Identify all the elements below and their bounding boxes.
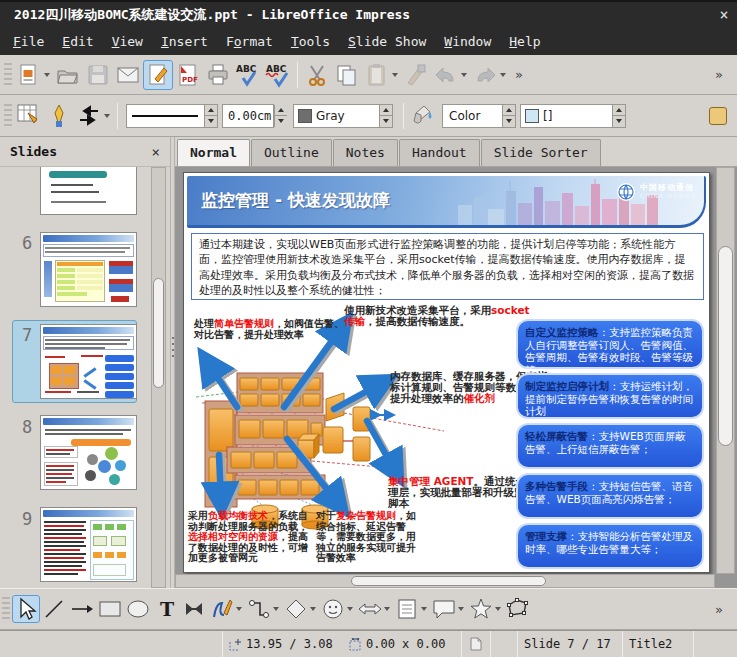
block-arrows-button[interactable] (356, 595, 384, 623)
callout-start-stop-plan[interactable]: 制定监控启停计划：支持运维计划，提前制定暂停告警和恢复告警的时间计划 (516, 373, 704, 419)
menu-format[interactable]: Format (217, 29, 282, 54)
clone-formatting-button[interactable] (401, 60, 431, 90)
symbol-shapes-dropdown[interactable] (347, 607, 353, 611)
auto-spellcheck-button[interactable]: ABC (263, 60, 293, 90)
annotation-socket[interactable]: 使用新技术改造采集平台，采用socket传输，提高数据传输速度。 (344, 305, 536, 328)
fill-type-select[interactable]: Color (442, 104, 516, 128)
text-tool-button[interactable]: T (152, 595, 180, 623)
window-close-icon[interactable]: × (711, 6, 737, 24)
callout-custom-policy[interactable]: 自定义监控策略：支持监控策略负责人自行调整告警订阅人、告警阀值、告警周期、告警有… (516, 319, 704, 369)
line-color-select[interactable]: Gray (293, 104, 393, 128)
line-color-spinner[interactable] (379, 105, 392, 127)
color-swatch-button[interactable] (709, 107, 727, 125)
copy-button[interactable] (332, 60, 362, 90)
slide-thumbnail-6[interactable] (40, 232, 137, 307)
undo-dropdown[interactable] (461, 73, 467, 77)
menu-insert[interactable]: Insert (152, 29, 217, 54)
intro-text-box[interactable]: 通过本期建设，实现以WEB页面形式进行监控策略调整的功能，提供计划启停等功能；系… (191, 233, 704, 300)
callouts-button[interactable] (430, 595, 458, 623)
toolbar-handle[interactable] (4, 104, 12, 128)
menu-tools[interactable]: Tools (282, 29, 339, 54)
new-document-button[interactable] (14, 60, 44, 90)
arrow-style-button[interactable] (74, 101, 104, 131)
callout-management-support[interactable]: 管理支撑：支持智能分析告警处理及时率、哪些专业告警量大等； (516, 523, 704, 569)
slide-thumbnail-7[interactable] (40, 324, 137, 399)
edit-file-button[interactable] (143, 60, 173, 90)
select-tool-button[interactable] (12, 595, 40, 623)
line-tool-button[interactable] (44, 101, 74, 131)
callouts-dropdown[interactable] (458, 607, 464, 611)
flowchart-button[interactable] (393, 595, 421, 623)
slide-thumbnail-9[interactable] (40, 507, 137, 582)
line-style-spinner[interactable] (204, 105, 217, 127)
curve-dropdown[interactable] (236, 607, 242, 611)
connector-tool-button[interactable] (245, 595, 273, 623)
arrow-draw-button[interactable] (68, 595, 96, 623)
annotation-complex-rules[interactable]: 对于复杂告警规则，如综合指标、延迟告警等，需要数据更多，用独立的服务实现可提升告… (316, 511, 420, 564)
vertical-scrollbar[interactable] (716, 167, 735, 574)
tab-outline[interactable]: Outline (251, 139, 332, 166)
slide-7-editing-surface[interactable]: 监控管理 - 快速发现故障 中国移动通信 CHINA MOBILE (183, 172, 710, 573)
fill-type-spinner[interactable] (502, 105, 515, 127)
horizontal-scrollbar-thumb[interactable] (351, 576, 546, 586)
toolbar-options-chevron[interactable]: » (709, 67, 729, 82)
toolbar-overflow-chevron[interactable]: » (509, 67, 529, 82)
fill-color-spinner[interactable] (612, 105, 625, 127)
tab-handout[interactable]: Handout (399, 139, 480, 166)
menu-edit[interactable]: Edit (53, 29, 102, 54)
object-size-display[interactable]: 0.00 x 0.00 (343, 631, 461, 657)
redo-dropdown[interactable] (500, 73, 506, 77)
vertical-text-tool-button[interactable] (180, 595, 208, 623)
tab-slide-sorter[interactable]: Slide Sorter (481, 139, 601, 166)
cut-button[interactable] (302, 60, 332, 90)
curve-tool-button[interactable] (208, 595, 236, 623)
styles-button[interactable] (14, 101, 44, 131)
line-width-spinner[interactable] (274, 105, 287, 127)
toolbar-handle[interactable] (4, 63, 12, 87)
basic-shapes-button[interactable] (282, 595, 310, 623)
email-button[interactable] (113, 60, 143, 90)
slide-title[interactable]: 监控管理 - 快速发现故障 (201, 189, 390, 212)
drawing-toolbar-overflow-chevron[interactable]: » (709, 602, 729, 617)
vertical-scrollbar-thumb[interactable] (718, 246, 733, 446)
page-style-indicator[interactable]: Title2 (623, 631, 693, 657)
menu-slideshow[interactable]: Slide Show (339, 29, 435, 54)
edit-canvas[interactable]: 监控管理 - 快速发现故障 中国移动通信 CHINA MOBILE (175, 167, 737, 588)
stars-dropdown[interactable] (495, 607, 501, 611)
slide-thumbnail-5[interactable] (40, 167, 137, 215)
paste-dropdown[interactable] (392, 73, 398, 77)
stars-button[interactable] (467, 595, 495, 623)
slide-indicator[interactable]: Slide 7 / 17 (518, 631, 622, 657)
export-pdf-button[interactable]: PDF (173, 60, 203, 90)
tab-notes[interactable]: Notes (333, 139, 398, 166)
ellipse-tool-button[interactable] (124, 595, 152, 623)
menu-file[interactable]: File (4, 29, 53, 54)
slide-header[interactable]: 监控管理 - 快速发现故障 中国移动通信 CHINA MOBILE (187, 176, 706, 228)
rectangle-tool-button[interactable] (96, 595, 124, 623)
horizontal-scrollbar[interactable] (175, 574, 715, 588)
new-document-dropdown[interactable] (44, 73, 50, 77)
line-width-input[interactable] (222, 104, 274, 128)
menu-view[interactable]: View (103, 29, 152, 54)
slides-panel-close-icon[interactable]: × (152, 144, 160, 160)
slide-thumbnail-8[interactable] (40, 415, 137, 490)
menu-help[interactable]: Help (500, 29, 549, 54)
flowchart-dropdown[interactable] (421, 607, 427, 611)
paste-button[interactable] (362, 60, 392, 90)
area-style-button[interactable] (408, 101, 438, 131)
callout-alarm-channels[interactable]: 多种告警手段：支持短信告警、语音告警、WEB页面高亮闪烁告警； (516, 473, 704, 519)
arrow-style-dropdown[interactable] (104, 114, 110, 118)
document-modified-indicator[interactable] (462, 631, 490, 657)
slides-panel-scrollbar-thumb[interactable] (153, 278, 164, 388)
redo-button[interactable] (470, 60, 500, 90)
open-button[interactable] (53, 60, 83, 90)
points-tool-button[interactable] (504, 595, 532, 623)
line-draw-button[interactable] (40, 595, 68, 623)
save-button[interactable] (83, 60, 113, 90)
symbol-shapes-button[interactable] (319, 595, 347, 623)
spelling-button[interactable]: ABC (233, 60, 263, 90)
block-arrows-dropdown[interactable] (384, 607, 390, 611)
tab-normal[interactable]: Normal (177, 139, 250, 166)
toolbar-handle[interactable] (2, 597, 10, 621)
undo-button[interactable] (431, 60, 461, 90)
